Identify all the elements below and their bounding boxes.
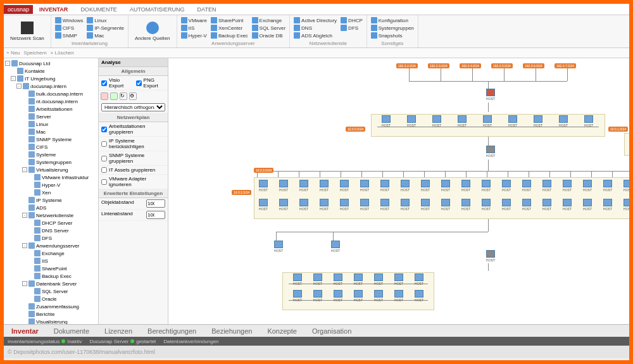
tree-toggle[interactable]: - bbox=[22, 167, 27, 172]
ribbon-windows[interactable]: Windows bbox=[55, 16, 83, 24]
network-node[interactable]: HOST bbox=[579, 199, 596, 214]
tree-zusammenfassung[interactable]: Zusammenfassung bbox=[5, 303, 97, 310]
ribbon-exchange[interactable]: Exchange bbox=[252, 16, 286, 24]
layout-btn-2[interactable] bbox=[110, 92, 118, 100]
tree-xen[interactable]: Xen bbox=[5, 189, 97, 196]
ribbon-xencenter[interactable]: XenCenter bbox=[211, 24, 248, 32]
tree-it-umgebung[interactable]: -IT Umgebung bbox=[5, 75, 97, 82]
network-node[interactable]: HOST bbox=[376, 180, 394, 195]
tree-toggle[interactable]: - bbox=[22, 243, 27, 248]
tree-server[interactable]: Server bbox=[5, 113, 97, 120]
ribbon-iis[interactable]: IIS bbox=[181, 24, 207, 32]
tree-berichte[interactable]: Berichte bbox=[5, 310, 97, 318]
tree-sharepoint[interactable]: SharePoint bbox=[5, 265, 97, 272]
ribbon-cifs[interactable]: CIFS bbox=[55, 24, 83, 32]
network-node[interactable]: HOST bbox=[329, 290, 347, 305]
network-node[interactable]: HOST bbox=[309, 273, 327, 289]
tree-backup-exec[interactable]: Backup Exec bbox=[5, 272, 97, 280]
ribbon-dhcp[interactable]: DHCP bbox=[341, 16, 363, 24]
tree-ads[interactable]: ADS bbox=[5, 204, 97, 211]
network-node[interactable]: HOST bbox=[619, 180, 629, 195]
tree-dns-server[interactable]: DNS Server bbox=[5, 227, 97, 234]
visio-export-check[interactable] bbox=[101, 80, 107, 86]
ribbon-sql-server[interactable]: SQL Server bbox=[252, 24, 286, 32]
bt-lizenzen[interactable]: Lizenzen bbox=[97, 327, 140, 335]
tree-anwendungsserver[interactable]: -Anwendungsserver bbox=[5, 242, 97, 249]
tab-automatisierung[interactable]: AUTOMATISIERUNG bbox=[123, 5, 191, 14]
network-node[interactable]: HOST bbox=[579, 180, 596, 195]
tree-snmp-systeme[interactable]: SNMP Systeme bbox=[5, 135, 97, 143]
network-scan-button[interactable]: Netzwerk Scan bbox=[8, 20, 47, 42]
network-node[interactable]: HOST bbox=[390, 290, 408, 305]
network-node[interactable]: HOST bbox=[335, 180, 353, 195]
tab-inventar[interactable]: INVENTAR bbox=[33, 5, 74, 14]
network-node[interactable]: HOST bbox=[335, 199, 353, 214]
network-node[interactable]: HOST bbox=[327, 241, 344, 256]
network-node[interactable]: HOST bbox=[376, 199, 394, 214]
network-node[interactable]: HOST bbox=[437, 180, 454, 195]
bt-konzepte[interactable]: Konzepte bbox=[260, 327, 304, 335]
tree-nt-docusnap-intern[interactable]: nt.docusnap.intern bbox=[5, 97, 97, 105]
network-node[interactable]: HOST bbox=[309, 290, 327, 305]
ribbon-dns[interactable]: DNS bbox=[294, 24, 337, 32]
network-node[interactable]: HOST bbox=[477, 180, 495, 195]
diagram-canvas[interactable]: 192.0.2.0/24192.0.3.0/24192.0.4.0/24192.… bbox=[168, 58, 629, 324]
network-node[interactable]: HOST bbox=[377, 115, 395, 130]
network-node[interactable]: HOST bbox=[315, 180, 333, 195]
opt-4[interactable] bbox=[101, 179, 107, 185]
network-node[interactable]: HOST bbox=[558, 180, 576, 195]
ribbon-active-directory[interactable]: Active Directory bbox=[294, 16, 337, 24]
network-node[interactable]: HOST bbox=[538, 199, 556, 214]
network-node[interactable]: HOST bbox=[289, 273, 306, 289]
ribbon-vmware[interactable]: VMware bbox=[181, 16, 207, 24]
ribbon-hyper-v[interactable]: Hyper-V bbox=[181, 32, 207, 39]
opt-1[interactable] bbox=[101, 141, 107, 147]
tab-daten[interactable]: DATEN bbox=[191, 5, 223, 14]
tree-oracle[interactable]: Oracle bbox=[5, 295, 97, 303]
network-node[interactable]: HOST bbox=[619, 199, 629, 214]
opt-0[interactable] bbox=[101, 127, 107, 132]
network-node[interactable]: HOST bbox=[518, 199, 536, 214]
ribbon-mac[interactable]: Mac bbox=[87, 32, 124, 39]
bt-inventar[interactable]: Inventar bbox=[4, 327, 46, 335]
tree-kontakte[interactable]: Kontakte bbox=[5, 67, 97, 75]
tree-netzwerkdienste[interactable]: -Netzwerkdienste bbox=[5, 211, 97, 219]
ribbon-systemgruppen[interactable]: Systemgruppen bbox=[371, 24, 414, 32]
bt-dokumente[interactable]: Dokumente bbox=[46, 327, 97, 335]
new-button[interactable]: + Neu bbox=[6, 50, 20, 56]
network-node[interactable]: HOST bbox=[417, 199, 434, 214]
network-node[interactable]: HOST bbox=[477, 199, 495, 214]
tree-hyper-v[interactable]: Hyper-V bbox=[5, 181, 97, 189]
tab-dokumente[interactable]: DOKUMENTE bbox=[74, 5, 123, 14]
tree-dhcp-server[interactable]: DHCP Server bbox=[5, 219, 97, 227]
ribbon-dfs[interactable]: DFS bbox=[341, 24, 363, 32]
ribbon-snmp[interactable]: SNMP bbox=[55, 32, 83, 39]
tree-iis[interactable]: IIS bbox=[5, 257, 97, 265]
delete-button[interactable]: × Löschen bbox=[51, 50, 74, 56]
ribbon-sharepoint[interactable]: SharePoint bbox=[211, 16, 248, 24]
tree-vmware-infrastruktur[interactable]: VMware Infrastruktur bbox=[5, 173, 97, 181]
ribbon-konfiguration[interactable]: Konfiguration bbox=[371, 16, 414, 24]
tree-visualisierung[interactable]: Visualisierung bbox=[5, 318, 97, 324]
ribbon-ads-abgleich[interactable]: ADS Abgleich bbox=[294, 32, 337, 39]
tree-bulk-docusnap-intern[interactable]: bulk.docusnap.intern bbox=[5, 90, 97, 97]
tree-toggle[interactable]: - bbox=[5, 61, 10, 66]
network-node[interactable]: HOST bbox=[580, 115, 598, 130]
bt-beziehungen[interactable]: Beziehungen bbox=[204, 327, 260, 335]
ribbon-ip-segmente[interactable]: IP-Segmente bbox=[87, 24, 124, 32]
refresh-btn[interactable]: ↻ bbox=[120, 92, 127, 100]
settings-btn[interactable]: ⚙ bbox=[129, 92, 137, 100]
ribbon-linux[interactable]: Linux bbox=[87, 16, 124, 24]
network-node[interactable]: HOST bbox=[329, 273, 347, 289]
network-node[interactable]: HOST bbox=[437, 199, 454, 214]
bt-organisation[interactable]: Organisation bbox=[304, 327, 359, 335]
tree-mac[interactable]: Mac bbox=[5, 128, 97, 135]
network-node[interactable]: HOST bbox=[356, 180, 373, 195]
tree-toggle[interactable]: - bbox=[11, 76, 16, 81]
network-node[interactable]: HOST bbox=[453, 115, 471, 130]
tree-cifs[interactable]: CIFS bbox=[5, 143, 97, 151]
network-node[interactable]: HOST bbox=[410, 273, 428, 289]
network-node[interactable]: HOST bbox=[599, 180, 617, 195]
network-node[interactable]: HOST bbox=[518, 180, 536, 195]
panel-tab[interactable]: Analyse bbox=[99, 58, 168, 67]
